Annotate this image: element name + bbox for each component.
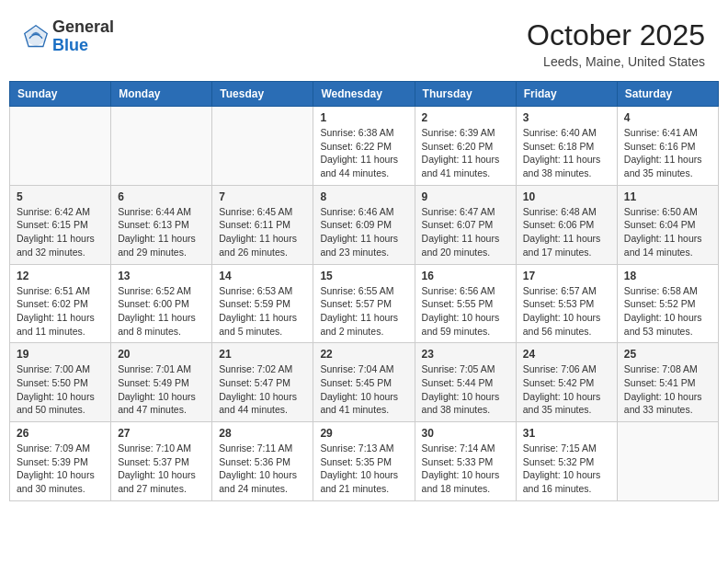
day-number: 10 (523, 190, 610, 203)
calendar-cell: 22Sunrise: 7:04 AMSunset: 5:45 PMDayligh… (313, 343, 415, 422)
calendar-cell: 15Sunrise: 6:55 AMSunset: 5:57 PMDayligh… (313, 264, 415, 343)
calendar-cell: 29Sunrise: 7:13 AMSunset: 5:35 PMDayligh… (313, 422, 415, 501)
day-info: Sunrise: 7:04 AMSunset: 5:45 PMDaylight:… (320, 362, 407, 417)
day-number: 9 (422, 190, 509, 203)
calendar-cell: 5Sunrise: 6:42 AMSunset: 6:15 PMDaylight… (10, 185, 111, 264)
day-number: 14 (219, 270, 306, 282)
day-info: Sunrise: 6:47 AMSunset: 6:07 PMDaylight:… (422, 205, 509, 259)
calendar-cell: 28Sunrise: 7:11 AMSunset: 5:36 PMDayligh… (212, 422, 313, 501)
calendar-cell: 8Sunrise: 6:46 AMSunset: 6:09 PMDaylight… (313, 185, 415, 264)
day-number: 7 (219, 190, 306, 203)
day-info: Sunrise: 7:06 AMSunset: 5:42 PMDaylight:… (523, 362, 610, 417)
calendar-cell: 31Sunrise: 7:15 AMSunset: 5:32 PMDayligh… (516, 422, 617, 501)
calendar-cell: 19Sunrise: 7:00 AMSunset: 5:50 PMDayligh… (10, 343, 111, 422)
calendar-cell: 3Sunrise: 6:40 AMSunset: 6:18 PMDaylight… (516, 107, 617, 186)
day-info: Sunrise: 7:02 AMSunset: 5:47 PMDaylight:… (219, 362, 306, 417)
day-info: Sunrise: 7:11 AMSunset: 5:36 PMDaylight:… (219, 442, 306, 496)
calendar-cell: 9Sunrise: 6:47 AMSunset: 6:07 PMDaylight… (415, 185, 516, 264)
calendar-cell: 27Sunrise: 7:10 AMSunset: 5:37 PMDayligh… (111, 422, 212, 501)
calendar-week-5: 26Sunrise: 7:09 AMSunset: 5:39 PMDayligh… (10, 422, 719, 501)
calendar-week-1: 1Sunrise: 6:38 AMSunset: 6:22 PMDaylight… (10, 107, 719, 186)
header-day-sunday: Sunday (10, 82, 111, 107)
calendar-table: SundayMondayTuesdayWednesdayThursdayFrid… (9, 81, 719, 501)
calendar-week-2: 5Sunrise: 6:42 AMSunset: 6:15 PMDaylight… (10, 185, 719, 264)
calendar-cell: 1Sunrise: 6:38 AMSunset: 6:22 PMDaylight… (313, 107, 415, 186)
header-day-tuesday: Tuesday (212, 82, 313, 107)
day-number: 2 (422, 111, 509, 124)
header-day-monday: Monday (111, 82, 212, 107)
calendar-cell: 23Sunrise: 7:05 AMSunset: 5:44 PMDayligh… (415, 343, 516, 422)
day-info: Sunrise: 6:45 AMSunset: 6:11 PMDaylight:… (219, 205, 306, 259)
day-number: 24 (523, 348, 610, 361)
day-info: Sunrise: 7:00 AMSunset: 5:50 PMDaylight:… (17, 362, 104, 417)
calendar-cell: 6Sunrise: 6:44 AMSunset: 6:13 PMDaylight… (111, 185, 212, 264)
calendar-cell: 17Sunrise: 6:57 AMSunset: 5:53 PMDayligh… (516, 264, 617, 343)
day-info: Sunrise: 7:09 AMSunset: 5:39 PMDaylight:… (17, 442, 104, 496)
day-number: 17 (523, 270, 610, 282)
day-number: 30 (422, 427, 509, 440)
header-row: SundayMondayTuesdayWednesdayThursdayFrid… (10, 82, 719, 107)
calendar-cell: 20Sunrise: 7:01 AMSunset: 5:49 PMDayligh… (111, 343, 212, 422)
day-number: 11 (624, 190, 711, 203)
logo-icon (23, 24, 49, 50)
day-number: 26 (17, 427, 104, 440)
day-number: 4 (624, 111, 711, 124)
day-number: 20 (118, 348, 205, 361)
calendar-body: 1Sunrise: 6:38 AMSunset: 6:22 PMDaylight… (10, 107, 719, 501)
day-info: Sunrise: 6:58 AMSunset: 5:52 PMDaylight:… (624, 284, 711, 339)
day-info: Sunrise: 6:42 AMSunset: 6:15 PMDaylight:… (17, 205, 104, 259)
calendar-cell: 25Sunrise: 7:08 AMSunset: 5:41 PMDayligh… (617, 343, 718, 422)
calendar-cell (212, 107, 313, 186)
day-number: 5 (17, 190, 104, 203)
day-number: 25 (624, 348, 711, 361)
day-info: Sunrise: 7:13 AMSunset: 5:35 PMDaylight:… (320, 442, 407, 496)
logo: General Blue (23, 18, 114, 55)
calendar-cell: 26Sunrise: 7:09 AMSunset: 5:39 PMDayligh… (10, 422, 111, 501)
day-info: Sunrise: 6:41 AMSunset: 6:16 PMDaylight:… (624, 126, 711, 180)
day-info: Sunrise: 6:46 AMSunset: 6:09 PMDaylight:… (320, 205, 407, 259)
title-block: October 2025 Leeds, Maine, United States (527, 18, 705, 69)
day-number: 27 (118, 427, 205, 440)
logo-text: General Blue (52, 18, 114, 55)
day-info: Sunrise: 6:50 AMSunset: 6:04 PMDaylight:… (624, 205, 711, 259)
header-day-wednesday: Wednesday (313, 82, 415, 107)
calendar-cell: 13Sunrise: 6:52 AMSunset: 6:00 PMDayligh… (111, 264, 212, 343)
calendar-cell: 18Sunrise: 6:58 AMSunset: 5:52 PMDayligh… (617, 264, 718, 343)
calendar-cell: 10Sunrise: 6:48 AMSunset: 6:06 PMDayligh… (516, 185, 617, 264)
day-number: 23 (422, 348, 509, 361)
day-info: Sunrise: 6:56 AMSunset: 5:55 PMDaylight:… (422, 284, 509, 339)
day-number: 28 (219, 427, 306, 440)
day-number: 18 (624, 270, 711, 282)
page-header: General Blue October 2025 Leeds, Maine, … (9, 9, 719, 74)
calendar-cell: 11Sunrise: 6:50 AMSunset: 6:04 PMDayligh… (617, 185, 718, 264)
day-info: Sunrise: 7:14 AMSunset: 5:33 PMDaylight:… (422, 442, 509, 496)
day-info: Sunrise: 7:08 AMSunset: 5:41 PMDaylight:… (624, 362, 711, 417)
calendar-cell (111, 107, 212, 186)
day-info: Sunrise: 6:57 AMSunset: 5:53 PMDaylight:… (523, 284, 610, 339)
header-day-friday: Friday (516, 82, 617, 107)
day-info: Sunrise: 6:40 AMSunset: 6:18 PMDaylight:… (523, 126, 610, 180)
day-info: Sunrise: 6:48 AMSunset: 6:06 PMDaylight:… (523, 205, 610, 259)
location: Leeds, Maine, United States (527, 54, 705, 69)
day-number: 19 (17, 348, 104, 361)
day-number: 6 (118, 190, 205, 203)
day-info: Sunrise: 6:38 AMSunset: 6:22 PMDaylight:… (320, 126, 407, 180)
day-number: 22 (320, 348, 407, 361)
day-info: Sunrise: 6:51 AMSunset: 6:02 PMDaylight:… (17, 284, 104, 339)
calendar-cell (617, 422, 718, 501)
logo-general: General (52, 17, 114, 36)
header-day-thursday: Thursday (415, 82, 516, 107)
calendar-cell: 4Sunrise: 6:41 AMSunset: 6:16 PMDaylight… (617, 107, 718, 186)
calendar-header: SundayMondayTuesdayWednesdayThursdayFrid… (10, 82, 719, 107)
calendar-cell: 30Sunrise: 7:14 AMSunset: 5:33 PMDayligh… (415, 422, 516, 501)
calendar-cell: 7Sunrise: 6:45 AMSunset: 6:11 PMDaylight… (212, 185, 313, 264)
day-number: 8 (320, 190, 407, 203)
day-info: Sunrise: 7:01 AMSunset: 5:49 PMDaylight:… (118, 362, 205, 417)
calendar-week-4: 19Sunrise: 7:00 AMSunset: 5:50 PMDayligh… (10, 343, 719, 422)
calendar-cell: 14Sunrise: 6:53 AMSunset: 5:59 PMDayligh… (212, 264, 313, 343)
day-info: Sunrise: 7:10 AMSunset: 5:37 PMDaylight:… (118, 442, 205, 496)
day-number: 15 (320, 270, 407, 282)
calendar-cell: 12Sunrise: 6:51 AMSunset: 6:02 PMDayligh… (10, 264, 111, 343)
day-info: Sunrise: 7:05 AMSunset: 5:44 PMDaylight:… (422, 362, 509, 417)
day-number: 12 (17, 270, 104, 282)
